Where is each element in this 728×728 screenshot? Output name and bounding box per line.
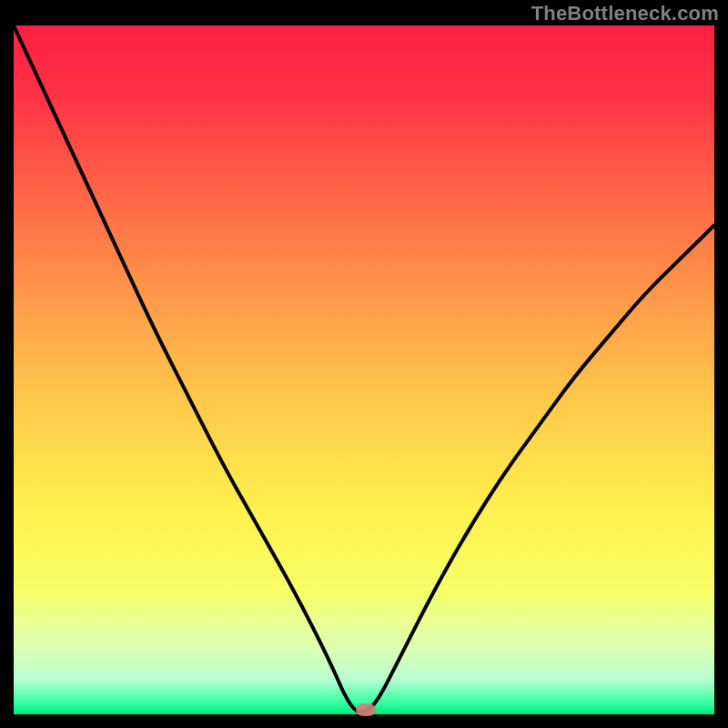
watermark-text: TheBottleneck.com	[531, 2, 719, 25]
plot-area	[14, 25, 714, 714]
bottleneck-curve	[14, 25, 714, 714]
chart-frame: TheBottleneck.com	[0, 0, 728, 728]
optimal-point-marker	[356, 703, 376, 716]
